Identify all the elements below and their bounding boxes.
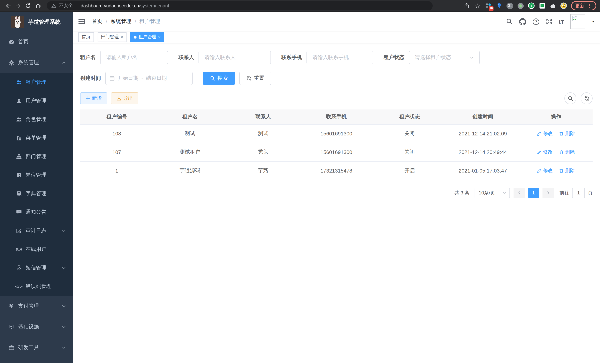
sidebar-item-home[interactable]: 首页 bbox=[0, 32, 73, 52]
browser-back-button[interactable] bbox=[3, 1, 13, 11]
sidebar-item-notice[interactable]: 通知公告 bbox=[0, 203, 73, 222]
address-bar[interactable]: 不安全 dashboard.yudao.iocoder.cn/system/te… bbox=[47, 1, 433, 10]
sidebar-item-dept[interactable]: 部门管理 bbox=[0, 147, 73, 166]
page-number-1[interactable]: 1 bbox=[528, 187, 539, 198]
tab-home[interactable]: 首页 bbox=[78, 32, 94, 42]
reset-button[interactable]: 重置 bbox=[239, 72, 271, 85]
security-chip[interactable]: 不安全 bbox=[59, 3, 73, 9]
table-toolbar: 新增 导出 bbox=[80, 92, 593, 104]
sidebar-item-pay[interactable]: ¥ 支付管理 bbox=[0, 296, 73, 317]
bookmark-button[interactable]: ☆ bbox=[474, 2, 481, 9]
sidebar-item-tenant[interactable]: 租户管理 bbox=[0, 73, 73, 92]
tenant-name-input[interactable]: 请输入租户名 bbox=[100, 51, 168, 64]
main-area: 首页 / 系统管理 / 租户管理 ? tT ▼ bbox=[73, 12, 600, 363]
sidebar-item-error-code[interactable]: </> 错误码管理 bbox=[0, 277, 73, 296]
screen: 不安全 dashboard.yudao.iocoder.cn/system/te… bbox=[0, 0, 600, 364]
github-button[interactable] bbox=[519, 18, 526, 25]
font-size-button[interactable]: tT bbox=[559, 18, 564, 25]
logo-area[interactable]: 芋道管理系统 bbox=[0, 12, 73, 32]
github-icon bbox=[519, 18, 526, 25]
edit-link[interactable]: 修改 bbox=[537, 130, 553, 137]
header-search-button[interactable] bbox=[506, 18, 513, 25]
toggle-search-button[interactable] bbox=[564, 92, 576, 104]
export-button[interactable]: 导出 bbox=[111, 92, 138, 104]
delete-link[interactable]: 删除 bbox=[559, 167, 575, 174]
edit-link[interactable]: 修改 bbox=[537, 149, 553, 156]
profile-avatar-button[interactable] bbox=[560, 2, 567, 9]
chevron-down-icon bbox=[62, 345, 66, 350]
sidebar-item-menu[interactable]: 菜单管理 bbox=[0, 129, 73, 147]
tab-tenant-active[interactable]: 租户管理 × bbox=[130, 32, 164, 42]
fullscreen-button[interactable] bbox=[546, 18, 553, 25]
dict-book-icon bbox=[16, 191, 22, 197]
date-range-picker[interactable]: 开始日期 - 结束日期 bbox=[105, 72, 193, 85]
edit-link[interactable]: 修改 bbox=[537, 167, 553, 174]
user-avatar[interactable] bbox=[570, 14, 585, 29]
sidebar-item-label: 租户管理 bbox=[26, 79, 46, 86]
app-window: 芋道管理系统 首页 系统管理 租户管理 用户管理 bbox=[0, 12, 600, 363]
refresh-icon bbox=[246, 76, 252, 81]
browser-reload-button[interactable] bbox=[23, 1, 33, 11]
share-button[interactable] bbox=[463, 2, 470, 9]
search-button[interactable]: 搜索 bbox=[203, 72, 235, 85]
tab-dept[interactable]: 部门管理 × bbox=[98, 32, 127, 42]
contact-input[interactable]: 请输入联系人 bbox=[198, 51, 271, 64]
sms-shield-icon bbox=[16, 265, 22, 271]
browser-home-button[interactable] bbox=[33, 1, 43, 11]
extension-chat-icon[interactable] bbox=[539, 2, 545, 9]
sidebar-item-label: 字典管理 bbox=[26, 190, 46, 197]
delete-link[interactable]: 删除 bbox=[559, 149, 575, 156]
sidebar-item-audit-log[interactable]: 审计日志 bbox=[0, 222, 73, 240]
sidebar-item-infra[interactable]: 基础设施 bbox=[0, 317, 73, 337]
sidebar-item-dict[interactable]: 字典管理 bbox=[0, 184, 73, 203]
extension-kite-icon[interactable] bbox=[496, 2, 502, 9]
menu-tree-icon bbox=[16, 135, 22, 141]
chrome-update-button[interactable]: 更新 ⋮ bbox=[571, 1, 596, 10]
close-icon[interactable]: × bbox=[158, 35, 161, 39]
sidebar-item-sms[interactable]: 短信管理 bbox=[0, 259, 73, 277]
breadcrumb-system[interactable]: 系统管理 bbox=[111, 18, 131, 25]
add-button[interactable]: 新增 bbox=[80, 92, 107, 104]
edit-pencil-icon bbox=[537, 131, 542, 136]
extension-blocker-icon[interactable]: 10 bbox=[485, 2, 492, 9]
sidebar-collapse-button[interactable] bbox=[78, 18, 86, 26]
extension-recorder-icon[interactable] bbox=[517, 2, 524, 9]
system-submenu: 租户管理 用户管理 角色管理 菜单管理 部门管理 bbox=[0, 73, 73, 296]
avatar-caret-icon[interactable]: ▼ bbox=[591, 20, 595, 23]
extension-yudao-icon[interactable]: Y bbox=[528, 2, 535, 9]
extensions-puzzle-button[interactable] bbox=[550, 2, 556, 9]
sidebar-item-devtools[interactable]: 研发工具 bbox=[0, 337, 73, 358]
help-button[interactable]: ? bbox=[533, 18, 540, 25]
sidebar-item-label: 在线用户 bbox=[26, 246, 46, 253]
refresh-table-button[interactable] bbox=[581, 92, 593, 104]
prev-page-button[interactable] bbox=[514, 187, 525, 198]
next-page-button[interactable] bbox=[543, 187, 554, 198]
sidebar-item-user[interactable]: 用户管理 bbox=[0, 92, 73, 110]
sidebar-item-post[interactable]: 岗位管理 bbox=[0, 166, 73, 184]
sidebar-item-system[interactable]: 系统管理 bbox=[0, 52, 73, 73]
mobile-input[interactable]: 请输入联系手机 bbox=[307, 51, 373, 64]
pagination: 共 3 条 10条/页 1 前往 1 页 bbox=[80, 187, 593, 198]
close-icon[interactable]: × bbox=[121, 35, 123, 39]
url-text[interactable]: dashboard.yudao.iocoder.cn/system/tenant bbox=[81, 3, 169, 8]
status-select[interactable]: 请选择租户状态 bbox=[409, 51, 480, 64]
sidebar-item-online-users[interactable]: 在线用户 bbox=[0, 240, 73, 259]
user-icon bbox=[16, 98, 22, 104]
page-size-select[interactable]: 10条/页 bbox=[475, 187, 510, 198]
svg-text:Y: Y bbox=[530, 4, 533, 8]
col-mobile: 联系手机 bbox=[300, 110, 373, 124]
search-icon bbox=[506, 18, 513, 25]
sidebar-item-role[interactable]: 角色管理 bbox=[0, 110, 73, 129]
help-icon: ? bbox=[533, 18, 540, 25]
filter-contact: 联系人 请输入联系人 bbox=[178, 51, 271, 64]
browser-forward-button[interactable] bbox=[13, 1, 23, 11]
extension-command-icon[interactable]: ⌘ bbox=[506, 2, 513, 9]
role-users-icon bbox=[16, 116, 22, 123]
sidebar-item-label: 系统管理 bbox=[18, 59, 39, 66]
filter-label: 租户状态 bbox=[384, 54, 404, 61]
delete-link[interactable]: 删除 bbox=[559, 130, 575, 137]
breadcrumb-home[interactable]: 首页 bbox=[92, 18, 103, 25]
goto-page-input[interactable]: 1 bbox=[572, 187, 585, 198]
chevron-down-icon bbox=[62, 229, 66, 233]
filter-label: 创建时间 bbox=[80, 75, 101, 82]
